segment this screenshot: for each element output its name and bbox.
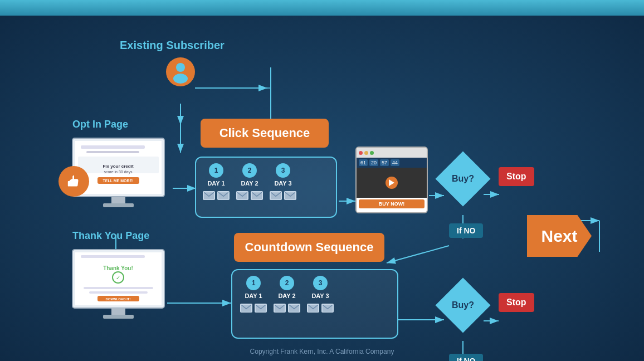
buy-diamond-bottom: Buy? — [443, 286, 482, 325]
next-label: Next — [541, 227, 577, 246]
email-icon — [284, 191, 296, 200]
svg-rect-34 — [67, 181, 70, 186]
opt-in-label: Opt In Page — [72, 119, 128, 130]
countdown-sequence-button: Countdown Sequence — [234, 233, 384, 262]
monitor-thank-you: Thank You! ✓ DOWNLOAD IT! — [70, 247, 167, 325]
thumbs-up-badge — [58, 166, 89, 197]
countdown-sequence-days-box: 1 DAY 1 2 DAY 2 — [231, 269, 398, 339]
play-button[interactable] — [386, 177, 398, 189]
stop-button-top[interactable]: Stop — [499, 167, 534, 186]
svg-rect-37 — [81, 255, 145, 258]
day-col-1: 1 DAY 1 — [203, 163, 230, 200]
email-icon — [236, 191, 248, 200]
svg-text:Fix your credit: Fix your credit — [103, 164, 133, 169]
dot-yellow — [364, 151, 368, 155]
svg-text:✓: ✓ — [116, 275, 120, 281]
email-icon — [251, 191, 263, 200]
sales-page-box: 61 20 57 44 BUY NOW! — [355, 147, 428, 213]
svg-marker-53 — [389, 179, 394, 186]
buy-now-button[interactable]: BUY NOW! — [359, 199, 425, 208]
svg-rect-46 — [103, 315, 134, 319]
dot-green — [370, 151, 374, 155]
stop-button-bottom[interactable]: Stop — [499, 293, 534, 312]
timer-hours: 61 — [359, 159, 368, 166]
svg-rect-26 — [86, 151, 139, 153]
email-icon — [274, 304, 286, 313]
timer-min: 20 — [369, 159, 378, 166]
svg-rect-32 — [111, 197, 125, 203]
svg-text:score in 30 days: score in 30 days — [104, 170, 133, 174]
email-icon — [288, 304, 300, 313]
svg-rect-25 — [81, 145, 145, 149]
browser-header — [357, 148, 427, 158]
next-arrow-container[interactable]: Next — [527, 215, 592, 257]
top-bar — [0, 0, 644, 16]
day-col-2: 2 DAY 2 — [236, 163, 263, 200]
email-icon — [240, 304, 252, 313]
email-icon — [270, 191, 282, 200]
thank-you-label: Thank You Page — [72, 230, 149, 242]
email-icon — [321, 304, 334, 313]
svg-line-11 — [387, 246, 449, 263]
existing-subscriber-label: Existing Subscriber — [120, 39, 225, 52]
timer-sec: 57 — [380, 159, 389, 166]
email-icon — [255, 304, 267, 313]
buy-diamond-top: Buy? — [443, 159, 482, 198]
countdown-day-col-3: 3 DAY 3 — [307, 276, 334, 313]
monitor-opt-in: Fix your credit score in 30 days TELL ME… — [70, 135, 167, 213]
svg-rect-33 — [103, 203, 134, 207]
video-area — [357, 168, 427, 198]
email-icon — [203, 191, 215, 200]
timer-row: 61 20 57 44 — [357, 158, 427, 168]
if-no-bottom: If NO — [449, 354, 483, 361]
dot-red — [359, 151, 363, 155]
countdown-day-col-2: 2 DAY 2 — [274, 276, 300, 313]
svg-text:Thank You!: Thank You! — [103, 265, 133, 271]
copyright: Copyright Frank Kern, Inc. A California … — [250, 348, 394, 355]
email-icon — [217, 191, 230, 200]
svg-rect-41 — [84, 287, 153, 289]
countdown-day-col-1: 1 DAY 1 — [240, 276, 267, 313]
svg-text:TELL ME MORE!: TELL ME MORE! — [103, 179, 133, 183]
subscriber-icon — [166, 57, 195, 86]
svg-text:DOWNLOAD IT!: DOWNLOAD IT! — [106, 297, 131, 301]
svg-rect-45 — [111, 308, 125, 315]
svg-rect-42 — [89, 291, 148, 294]
svg-point-21 — [176, 63, 185, 72]
main-area: Existing Subscriber Opt In Page Fix your… — [0, 16, 644, 361]
day-col-3: 3 DAY 3 — [270, 163, 296, 200]
svg-point-22 — [173, 74, 188, 84]
click-sequence-days-box: 1 DAY 1 2 DAY 2 — [195, 157, 337, 218]
click-sequence-button: Click Sequence — [201, 119, 329, 148]
timer-ms: 44 — [391, 159, 399, 166]
if-no-top: If NO — [449, 223, 483, 238]
email-icon — [307, 304, 319, 313]
